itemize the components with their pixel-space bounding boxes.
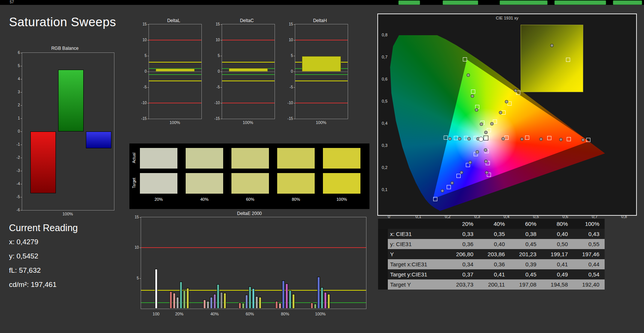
delta-ref-line [149, 74, 201, 75]
deltae2000-title: DeltaE 2000 [129, 211, 369, 216]
saturation-swatch-panel: ActualTarget20%40%60%80%100% [129, 143, 369, 209]
de-bar-80%-0 [275, 301, 278, 309]
de-bar-40%-6 [224, 293, 226, 309]
deltah-bar [302, 56, 341, 72]
cie-x-tick: 0,6 [560, 214, 571, 219]
cie-target-square [586, 138, 590, 142]
rgb-y-tick: 2 [11, 103, 20, 107]
table-row-gutter [378, 279, 388, 290]
table-cell: 0,45 [510, 239, 542, 249]
delta-y-tickmark [294, 24, 295, 25]
cie-target-square [547, 136, 551, 140]
de-y-tick: 15 [130, 215, 139, 219]
current-reading-cdm2: cd/m²: 197,461 [9, 281, 122, 289]
delta-y-tick: -15 [284, 116, 293, 121]
de-y-tickmark [140, 278, 141, 279]
cie-measured-circle [448, 137, 452, 140]
de-bar-80%-3 [285, 284, 288, 309]
de-y-tick: 10 [130, 245, 139, 249]
toolbar-button-stub-1[interactable] [443, 0, 478, 5]
rgb-y-tick: 1 [11, 116, 20, 120]
toolbar-button-stub-3[interactable] [554, 0, 606, 5]
deltal-plot: 151050-5-10-15 [149, 24, 202, 119]
table-cell: 199,17 [542, 249, 573, 259]
de-bar-60%-6 [259, 297, 261, 309]
table-cell: 0,39 [510, 259, 542, 269]
toolbar-button-stub-4[interactable] [613, 0, 642, 5]
cie-target-square [463, 57, 467, 61]
deltal-title: DeltaL [138, 18, 209, 23]
table-cell: 194,58 [542, 279, 573, 290]
current-reading-heading: Current Reading [9, 222, 122, 233]
delta-y-tickmark [147, 87, 149, 88]
de-bar-40%-4 [217, 284, 219, 309]
top-toolbar-strip: 57 [0, 0, 644, 5]
table-cell: 192,40 [573, 279, 605, 290]
delta-y-tickmark [221, 56, 222, 56]
rgb-y-tickmark [21, 105, 22, 106]
delta-y-tickmark [294, 56, 295, 56]
de-x-label: 20% [170, 312, 189, 316]
table-cell: 0,33 [447, 229, 479, 239]
de-bar-80%-5 [292, 294, 295, 309]
de-bar-20%-0 [170, 291, 172, 309]
table-cell: 0,40 [542, 229, 573, 239]
deltah-plot: 151050-5-10-15 [295, 24, 348, 119]
delta-zero-line [295, 72, 348, 72]
cie-title: CIE 1931 xy [378, 16, 636, 20]
rgb-y-tickmark [21, 131, 22, 132]
current-reading-x: x: 0,4279 [9, 238, 122, 246]
de-x-label: 80% [276, 312, 294, 316]
swatch-actual-80% [277, 148, 315, 169]
table-cell: 203,86 [479, 249, 510, 259]
delta-y-tickmark [147, 24, 149, 25]
de-bar-60%-1 [242, 303, 245, 309]
delta-y-tick: -15 [211, 116, 220, 121]
delta-ref-line [295, 40, 348, 40]
table-row-label: Target x:CIE31 [388, 259, 447, 269]
table-cell: 201,23 [510, 249, 542, 259]
table-cell: 0,38 [510, 229, 542, 239]
inset-target-square [566, 58, 570, 62]
rgb-y-tickmark [21, 92, 22, 93]
cie-target-square [444, 136, 448, 140]
cie-measured-circle [505, 100, 508, 103]
deltac-plot: 151050-5-10-15 [222, 24, 275, 119]
de-bar-60%-4 [252, 288, 255, 309]
cie-y-tick: 0,8 [378, 33, 387, 37]
swatch-row-label-actual: Actual [132, 147, 136, 169]
toolbar-button-stub-0[interactable] [398, 0, 420, 5]
swatch-target-40% [186, 173, 223, 194]
cie-x-tick: 0 [383, 214, 395, 219]
swatch-actual-40% [186, 148, 223, 169]
deltah-chart: DeltaH 151050-5-10-15 100% [284, 18, 356, 127]
cie-target-square [525, 136, 529, 140]
rgb-y-tickmark [21, 66, 22, 66]
delta-y-tickmark [294, 119, 295, 119]
table-row: y: CIE310,360,400,450,500,55 [378, 239, 605, 249]
page-title: Saturation Sweeps [9, 15, 116, 29]
cie-target-square [456, 174, 461, 178]
table-cell: 0,36 [479, 259, 510, 269]
cie-x-tick: 0,3 [471, 214, 483, 219]
table-row: Target y:CIE310,370,410,450,490,54 [378, 269, 605, 279]
de-x-label: 100 [147, 312, 165, 316]
rgb-y-tick: 5 [11, 64, 20, 68]
delta-y-tick: -5 [211, 85, 220, 89]
deltal-bar [156, 69, 195, 72]
rgb-y-tick: -1 [11, 142, 20, 146]
de-bar-20%-2 [176, 297, 179, 309]
deltac-title: DeltaC [211, 18, 282, 23]
measurement-table: 20%40%60%80%100%x: CIE310,330,350,380,40… [378, 219, 605, 290]
cie-measured-circle [581, 138, 585, 142]
cie-y-tick: 0,7 [378, 55, 387, 59]
swatch-actual-20% [140, 148, 177, 169]
de-bar-100%-5 [327, 294, 330, 309]
table-cell: 0,43 [573, 229, 605, 239]
table-header-cell: 80% [542, 219, 573, 229]
swatch-actual-60% [231, 148, 269, 169]
delta-y-tick: 0 [138, 69, 147, 73]
de-bar-40%-1 [207, 301, 209, 309]
de-bar-60%-3 [249, 287, 251, 309]
toolbar-button-stub-2[interactable] [500, 0, 548, 5]
